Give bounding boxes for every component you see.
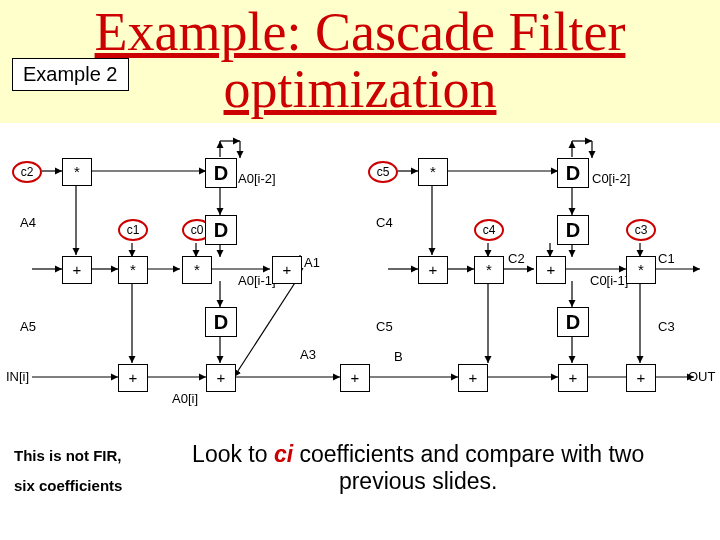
add-node: + bbox=[536, 256, 566, 284]
label-C3: C3 bbox=[658, 319, 675, 334]
label-A1: A1 bbox=[304, 255, 320, 270]
label-A0i1: A0[i-1] bbox=[238, 273, 276, 288]
add-node: + bbox=[340, 364, 370, 392]
label-A3: A3 bbox=[300, 347, 316, 362]
add-node: + bbox=[272, 256, 302, 284]
delay-node: D bbox=[205, 158, 237, 188]
label-IN: IN[i] bbox=[6, 369, 29, 384]
delay-node: D bbox=[205, 215, 237, 245]
footer: This is not FIR, six coefficients Look t… bbox=[0, 423, 720, 501]
label-A4: A4 bbox=[20, 215, 36, 230]
label-C1: C1 bbox=[658, 251, 675, 266]
label-A5: A5 bbox=[20, 319, 36, 334]
mul-node: * bbox=[62, 158, 92, 186]
mul-node: * bbox=[474, 256, 504, 284]
label-A0i: A0[i] bbox=[172, 391, 198, 406]
add-node: + bbox=[118, 364, 148, 392]
mul-node: * bbox=[418, 158, 448, 186]
label-C5: C5 bbox=[376, 319, 393, 334]
add-node: + bbox=[418, 256, 448, 284]
add-node: + bbox=[458, 364, 488, 392]
label-OUT: OUT bbox=[688, 369, 715, 384]
title-band: Example: Cascade Filter optimization Exa… bbox=[0, 0, 720, 123]
delay-node: D bbox=[557, 307, 589, 337]
label-C0i1: C0[i-1] bbox=[590, 273, 628, 288]
add-node: + bbox=[62, 256, 92, 284]
delay-node: D bbox=[205, 307, 237, 337]
add-node: + bbox=[626, 364, 656, 392]
delay-node: D bbox=[557, 158, 589, 188]
label-C2: C2 bbox=[508, 251, 525, 266]
label-C4: C4 bbox=[376, 215, 393, 230]
label-C0i2: C0[i-2] bbox=[592, 171, 630, 186]
mul-node: * bbox=[118, 256, 148, 284]
footer-left-line1: This is not FIR, bbox=[14, 441, 122, 471]
delay-node: D bbox=[557, 215, 589, 245]
footer-text-pre: Look to bbox=[192, 441, 274, 467]
add-node: + bbox=[206, 364, 236, 392]
title-line2: optimization bbox=[224, 59, 497, 119]
label-A0i2: A0[i-2] bbox=[238, 171, 276, 186]
footer-right: Look to ci coefficients and compare with… bbox=[140, 441, 696, 495]
footer-text-mid: coefficients and compare with two bbox=[293, 441, 644, 467]
title-line1: Example: Cascade Filter bbox=[95, 2, 626, 62]
example-number-box: Example 2 bbox=[12, 58, 129, 91]
footer-left-line2: six coefficients bbox=[14, 471, 122, 501]
footer-ci: ci bbox=[274, 441, 293, 467]
footer-left: This is not FIR, six coefficients bbox=[14, 441, 122, 501]
block-diagram: c2 * D A0[i-2] A4 c1 c0 + * * D A0[i-1] … bbox=[0, 123, 720, 423]
svg-line-44 bbox=[234, 275, 300, 377]
add-node: + bbox=[558, 364, 588, 392]
mul-node: * bbox=[182, 256, 212, 284]
mul-node: * bbox=[626, 256, 656, 284]
label-B: B bbox=[394, 349, 403, 364]
footer-text-end: previous slides. bbox=[339, 468, 498, 494]
